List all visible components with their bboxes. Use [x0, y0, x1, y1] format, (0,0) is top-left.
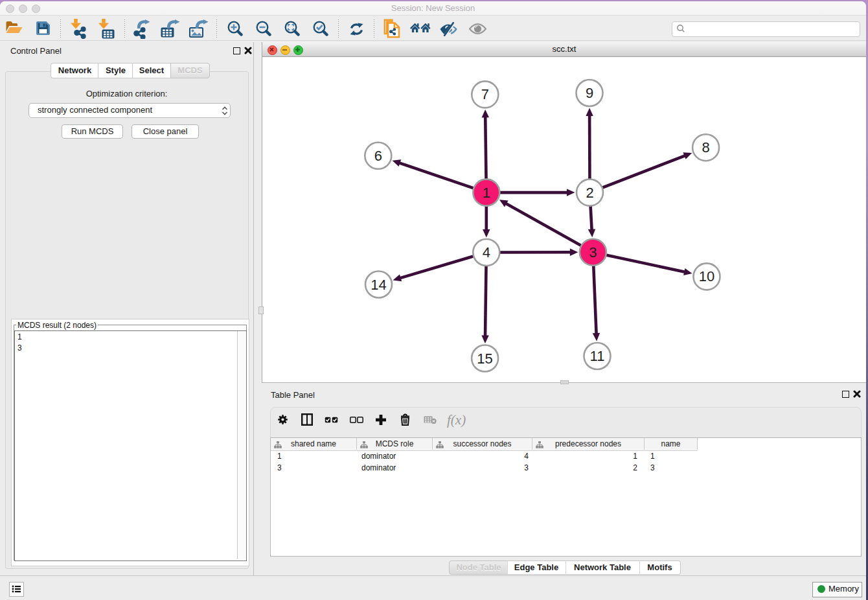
svg-text:2: 2: [586, 185, 593, 201]
svg-text:7: 7: [481, 86, 489, 102]
svg-text:14: 14: [371, 277, 386, 293]
svg-text:10: 10: [699, 268, 714, 284]
svg-text:8: 8: [702, 139, 709, 156]
svg-text:4: 4: [483, 244, 490, 260]
svg-text:9: 9: [586, 85, 593, 101]
svg-text:15: 15: [477, 351, 492, 367]
svg-text:6: 6: [374, 148, 382, 164]
svg-text:3: 3: [589, 244, 597, 260]
svg-text:11: 11: [590, 348, 605, 364]
svg-text:1: 1: [483, 185, 490, 201]
